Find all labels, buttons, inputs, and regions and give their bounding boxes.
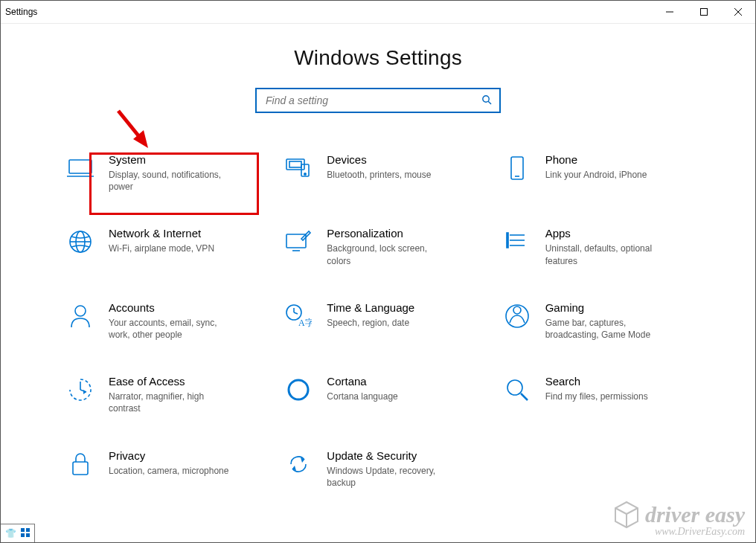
svg-rect-22 [507,233,508,237]
phone-icon [502,153,532,183]
svg-line-45 [627,508,638,514]
tile-personalization[interactable]: Personalization Background, lock screen,… [284,227,472,266]
tile-desc: Find my files, permissions [545,391,648,402]
tile-desc: Display, sound, notifications, power [109,169,235,193]
svg-rect-6 [69,160,92,173]
tile-system[interactable]: System Display, sound, notifications, po… [65,153,254,193]
tile-title: Cortana [327,375,397,388]
tile-desc: Cortana language [327,391,397,402]
svg-text:A字: A字 [298,318,312,328]
tile-desc: Link your Android, iPhone [545,169,647,181]
page-title: Windows Settings [1,46,755,70]
tray-grid-icon [21,528,30,539]
tile-phone[interactable]: Phone Link your Android, iPhone [502,153,691,193]
tile-title: Network & Internet [109,227,214,240]
svg-rect-50 [26,533,30,537]
svg-rect-49 [21,533,25,537]
ease-of-access-icon [65,375,95,405]
svg-point-31 [513,306,521,314]
tile-devices[interactable]: Devices Bluetooth, printers, mouse [284,153,472,193]
svg-line-44 [615,508,627,514]
tile-ease-of-access[interactable]: Ease of Access Narrator, magnifier, high… [65,375,254,414]
svg-point-4 [483,95,489,101]
search-tile-icon [502,375,532,405]
svg-rect-38 [73,462,88,475]
tile-gaming[interactable]: Gaming Game bar, captures, broadcasting,… [502,301,691,341]
annotation-arrow-icon [112,106,157,158]
system-icon [65,153,95,183]
maximize-button[interactable] [687,1,721,23]
tile-desc: Background, lock screen, colors [327,242,453,266]
minimize-icon [666,8,673,16]
svg-marker-43 [615,502,638,527]
svg-point-35 [289,380,308,399]
update-security-icon [284,449,313,479]
tile-accounts[interactable]: Accounts Your accounts, email, sync, wor… [65,301,254,341]
svg-rect-9 [289,161,301,167]
svg-rect-23 [507,238,508,242]
tile-title: Accounts [109,301,235,315]
gaming-icon [502,301,532,331]
close-icon [734,8,742,16]
svg-line-28 [294,312,298,314]
svg-rect-1 [701,9,708,16]
tile-apps[interactable]: Apps Uninstall, defaults, optional featu… [502,227,691,266]
tile-search[interactable]: Search Find my files, permissions [502,375,691,414]
privacy-icon [65,449,95,479]
tile-title: System [109,153,235,167]
watermark: driver easy www.DriverEasy.com [614,501,745,538]
minimize-button[interactable] [653,1,687,23]
svg-rect-48 [26,528,30,532]
tile-privacy[interactable]: Privacy Location, camera, microphone [65,449,254,489]
window-controls [653,1,755,23]
tile-desc: Game bar, captures, broadcasting, Game M… [545,317,672,341]
tile-desc: Uninstall, defaults, optional features [545,242,672,266]
close-button[interactable] [721,1,755,23]
tile-desc: Windows Update, recovery, backup [327,465,453,489]
svg-point-36 [507,380,522,395]
tile-desc: Location, camera, microphone [109,465,228,477]
svg-marker-42 [133,130,148,148]
svg-marker-34 [83,390,86,394]
watermark-brand: driver easy [645,502,745,527]
search-input[interactable] [264,94,481,107]
tile-title: Time & Language [327,301,414,315]
titlebar: Settings [1,1,755,24]
tile-time-language[interactable]: A字 Time & Language Speech, region, date [284,301,472,341]
accounts-icon [65,301,95,331]
personalization-icon [284,227,313,257]
tile-desc: Bluetooth, printers, mouse [327,169,431,181]
svg-point-25 [75,306,86,316]
svg-point-11 [304,173,306,175]
tile-title: Phone [545,153,647,167]
tile-title: Apps [545,227,672,240]
window-title: Settings [5,7,37,17]
taskbar-tray: 👕 [1,524,35,542]
tile-network[interactable]: Network & Internet Wi-Fi, airplane mode,… [65,227,254,266]
tile-title: Gaming [545,301,672,315]
cortana-icon [284,375,313,405]
tile-desc: Speech, region, date [327,317,414,329]
tile-cortana[interactable]: Cortana Cortana language [284,375,472,414]
tray-shirt-icon: 👕 [5,528,16,539]
apps-icon [502,227,532,257]
tile-title: Search [545,375,648,388]
svg-line-41 [118,111,144,142]
search-icon [481,94,492,107]
tile-title: Update & Security [327,449,453,463]
svg-rect-47 [21,528,25,532]
tile-title: Ease of Access [109,375,235,388]
tile-desc: Your accounts, email, sync, work, other … [109,317,235,341]
watermark-url: www.DriverEasy.com [614,526,745,538]
tile-title: Devices [327,153,431,167]
tile-title: Privacy [109,449,228,463]
tile-update-security[interactable]: Update & Security Windows Update, recove… [284,449,472,489]
svg-rect-24 [507,243,508,248]
watermark-cube-icon [614,501,639,529]
search-box[interactable] [255,88,501,113]
devices-icon [284,153,313,183]
tile-title: Personalization [327,227,453,240]
svg-line-37 [521,393,528,400]
time-language-icon: A字 [284,301,313,331]
tile-desc: Narrator, magnifier, high contrast [109,391,235,414]
